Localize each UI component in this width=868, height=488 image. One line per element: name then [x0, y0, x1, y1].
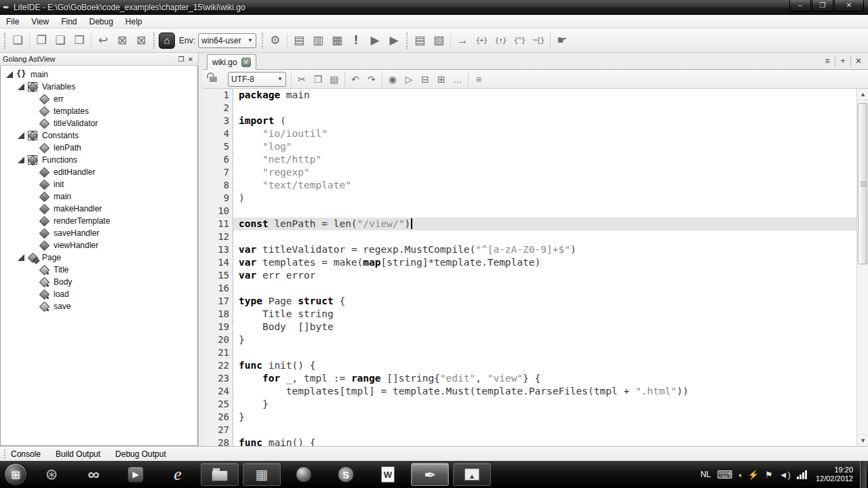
close-file-button[interactable]: ⊠: [113, 31, 132, 50]
code-line[interactable]: 11const lenPath = len("/view/"): [203, 218, 856, 230]
code-line[interactable]: 14var templates = make(map[string]*templ…: [203, 256, 856, 269]
encoding-combo[interactable]: UTF-8▼: [228, 72, 286, 87]
split-add-button[interactable]: +: [835, 54, 850, 68]
image-viewer-app[interactable]: ▲: [453, 463, 491, 486]
brace-top-button[interactable]: {↑}: [491, 31, 510, 50]
code-line[interactable]: 17type Page struct {: [203, 295, 856, 308]
tray-expand-icon[interactable]: ▴: [738, 471, 742, 478]
code-line[interactable]: 2: [203, 102, 856, 115]
ie-app[interactable]: e: [159, 463, 197, 486]
tree-item-saveHandler[interactable]: saveHandler: [1, 227, 197, 239]
tab-list-button[interactable]: ≡: [820, 54, 835, 68]
close-button[interactable]: ✕: [834, 0, 864, 12]
media-player-app[interactable]: ▶: [117, 463, 155, 486]
tree-item-Title[interactable]: Title: [1, 264, 197, 276]
volume-icon[interactable]: ◄): [779, 470, 791, 480]
run-file-button[interactable]: ▶: [384, 31, 403, 50]
scrollbar-thumb[interactable]: [858, 103, 867, 264]
word-app[interactable]: W: [369, 463, 407, 486]
tree-item-makeHandler[interactable]: makeHandler: [1, 203, 197, 215]
tree-item-viewHandler[interactable]: viewHandler: [1, 239, 197, 251]
home-button[interactable]: ⌂: [157, 31, 176, 50]
menu-file[interactable]: File: [0, 16, 25, 28]
tree-item-titleValidator[interactable]: titleValidator: [1, 117, 197, 129]
close-all-button[interactable]: ⊠: [132, 31, 151, 50]
code-line[interactable]: 1package main: [203, 89, 856, 102]
code-line[interactable]: 9): [203, 192, 856, 205]
lock-icon[interactable]: [210, 77, 217, 82]
env-combo[interactable]: win64-user▼: [198, 33, 256, 48]
code-line[interactable]: 21: [203, 346, 856, 359]
build-deploy-button[interactable]: ▦: [328, 31, 347, 50]
brace-up-button[interactable]: {^}: [510, 31, 529, 50]
flag-icon[interactable]: ⚑: [765, 470, 773, 480]
code-line[interactable]: 16: [203, 282, 856, 295]
code-line[interactable]: 13var titleValidator = regexp.MustCompil…: [203, 243, 856, 256]
code-line[interactable]: 27: [203, 424, 856, 436]
tree-item-Constants[interactable]: Constants: [1, 129, 197, 142]
code-line[interactable]: 8 "text/template": [203, 179, 856, 192]
start-button[interactable]: ⊞: [4, 463, 27, 486]
output-tab-console[interactable]: Console: [11, 449, 49, 459]
build-edit-button[interactable]: ▥: [309, 31, 328, 50]
open-file-button[interactable]: ❐: [32, 31, 51, 50]
print-button[interactable]: ⊟: [417, 72, 433, 87]
export-button[interactable]: ▷: [401, 72, 417, 87]
tree-item-editHandler[interactable]: editHandler: [1, 166, 197, 178]
code-line[interactable]: 19 Body []byte: [203, 321, 856, 333]
calculator-app[interactable]: ▦: [243, 463, 281, 486]
goto-button[interactable]: →: [453, 31, 472, 50]
tree-expander-icon[interactable]: [18, 83, 24, 90]
tab-wiki-go[interactable]: wiki.go ✕: [207, 54, 256, 70]
editor-scrollbar[interactable]: ▲ ▼: [856, 89, 868, 446]
minimize-button[interactable]: –: [789, 0, 811, 12]
code-editor[interactable]: 1package main23import (4 "io/ioutil"5 "l…: [203, 89, 856, 446]
cut-button[interactable]: ✂: [294, 72, 310, 87]
code-line[interactable]: 12: [203, 230, 856, 243]
menu-debug[interactable]: Debug: [83, 16, 119, 28]
code-line[interactable]: 4 "io/ioutil": [203, 127, 856, 140]
close-panel-button[interactable]: ✕: [186, 56, 195, 63]
code-line[interactable]: 25 }: [203, 398, 856, 411]
code-line[interactable]: 28func main() {: [203, 436, 856, 446]
redo-button[interactable]: ↷: [363, 72, 380, 87]
code-line[interactable]: 26}: [203, 411, 856, 424]
brace-out-button[interactable]: ~{}: [529, 31, 548, 50]
power-icon[interactable]: ⚡: [748, 470, 759, 480]
build-file-button[interactable]: ▤: [410, 31, 429, 50]
goto-line-button[interactable]: ◉: [384, 72, 401, 87]
code-line[interactable]: 22func init() {: [203, 359, 856, 372]
tree-item-Page[interactable]: Page: [1, 251, 197, 264]
revert-file-button[interactable]: ↩: [94, 31, 113, 50]
tree-item-Variables[interactable]: Variables: [1, 81, 197, 93]
tree-item-init[interactable]: init: [1, 178, 197, 190]
tree-expander-icon[interactable]: [18, 157, 24, 163]
tree-item-load[interactable]: load: [1, 288, 197, 300]
more-button[interactable]: …: [450, 72, 466, 87]
tab-close-icon[interactable]: ✕: [241, 58, 251, 67]
show-desktop-button[interactable]: [860, 461, 867, 488]
close-editor-button[interactable]: ✕: [851, 54, 866, 68]
menu-find[interactable]: Find: [55, 16, 83, 28]
language-indicator[interactable]: NL: [701, 470, 711, 479]
stop-button[interactable]: !: [347, 31, 366, 50]
code-line[interactable]: 18 Title string: [203, 308, 856, 321]
print-preview-button[interactable]: ⊞: [433, 72, 450, 87]
liteide-app[interactable]: ✒: [411, 463, 449, 486]
save-all-button[interactable]: ❒: [70, 31, 89, 50]
scroll-down-icon[interactable]: ▼: [857, 434, 868, 446]
code-line[interactable]: 6 "net/http": [203, 153, 856, 166]
code-line[interactable]: 5 "log": [203, 140, 856, 153]
tree-item-main[interactable]: main: [1, 68, 197, 81]
restore-button[interactable]: ❐: [812, 0, 833, 12]
tree-expander-icon[interactable]: [6, 71, 13, 78]
tree-item-err[interactable]: err: [1, 93, 197, 105]
tree-item-main[interactable]: main: [1, 190, 197, 203]
menu-view[interactable]: View: [25, 16, 55, 28]
run-button[interactable]: ▶: [366, 31, 384, 50]
code-line[interactable]: 24 templates[tmpl] = template.Must(templ…: [203, 385, 856, 398]
clean-button[interactable]: ▧: [429, 31, 448, 50]
menu-help[interactable]: Help: [119, 16, 149, 28]
undo-button[interactable]: ↶: [347, 72, 363, 87]
globe-app[interactable]: ⊛: [33, 463, 71, 486]
